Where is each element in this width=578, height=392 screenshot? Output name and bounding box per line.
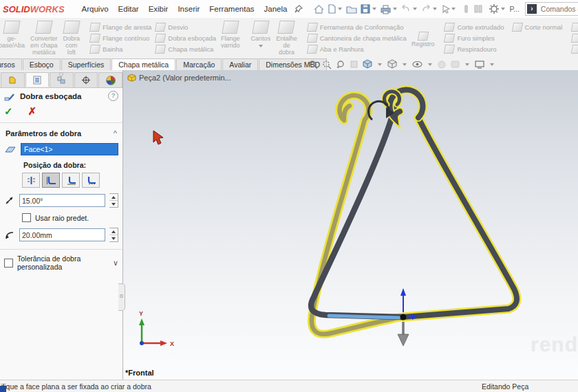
corte-normal-button[interactable]: Corte normal — [513, 23, 563, 32]
save-icon[interactable] — [360, 3, 378, 14]
redo-dropdown-icon[interactable] — [433, 8, 437, 10]
bend-position-material-outside-button[interactable] — [62, 173, 80, 188]
open-file-icon[interactable] — [345, 4, 358, 14]
hide-show-items-icon[interactable] — [411, 60, 423, 69]
tab-recursos[interactable]: ursos — [0, 58, 22, 70]
hide-show-dropdown-icon[interactable] — [428, 63, 432, 66]
tab-esboco[interactable]: Esboço — [23, 58, 61, 70]
ferramenta-conformacao-button[interactable]: Ferramenta de Conformação — [308, 23, 407, 32]
custom-bend-allowance-checkbox[interactable] — [4, 259, 13, 268]
pin-icon[interactable] — [294, 4, 303, 14]
collapse-chevron-icon[interactable]: ^ — [114, 129, 117, 138]
search-box[interactable]: › — [525, 2, 578, 16]
bend-radius-input[interactable]: 20.00mm — [19, 228, 105, 241]
view-orientation-dropdown-icon[interactable] — [378, 63, 382, 66]
expand-chevron-icon[interactable]: ∨ — [113, 259, 118, 268]
model-canvas[interactable]: Y X — [123, 70, 578, 380]
cancel-button[interactable]: ✗ — [28, 105, 37, 118]
search-input[interactable] — [539, 4, 578, 14]
menu-janela[interactable]: Janela — [259, 5, 292, 13]
chapa-metalica-button[interactable]: Chapa metálica — [156, 45, 216, 54]
redo-icon[interactable] — [420, 4, 438, 14]
cantos-dropdown-icon[interactable] — [259, 45, 263, 47]
tab-superficies[interactable]: Superfícies — [61, 58, 111, 70]
display-style-dropdown-icon[interactable] — [403, 63, 407, 66]
dimxpert-manager-tab[interactable] — [74, 72, 98, 87]
converter-chapa-button[interactable]: Converter em chapa metálica — [28, 18, 61, 58]
menu-ferramentas[interactable]: Ferramentas — [204, 5, 259, 13]
dobra-com-loft-button[interactable]: Dobra com loft — [61, 18, 83, 58]
bend-angle-input[interactable]: 15.00° — [19, 194, 105, 207]
cantoneira-chapa-button[interactable]: Cantoneira de chapa metálica — [308, 34, 407, 43]
ok-button[interactable]: ✓ — [4, 105, 13, 118]
property-manager-tab[interactable] — [25, 72, 50, 87]
scene-dropdown-icon[interactable] — [465, 63, 469, 66]
graphics-viewport[interactable]: Y X Peça2 (Valor predetermin... rend *Fr… — [123, 70, 578, 380]
undo-dropdown-icon[interactable] — [413, 8, 417, 10]
display-manager-tab[interactable] — [98, 72, 122, 87]
flange-varrido-button[interactable]: Flange varrido — [218, 18, 243, 58]
select-dropdown-icon[interactable] — [451, 8, 456, 10]
feature-manager-tab[interactable] — [1, 72, 25, 87]
save-dropdown-icon[interactable] — [372, 8, 376, 10]
registro-button[interactable]: Registro — [409, 18, 438, 58]
fixed-face-selection[interactable]: Face<1> — [21, 143, 118, 155]
cantos-label: Cantos — [251, 35, 271, 42]
panel-splitter-handle[interactable] — [118, 283, 125, 311]
zoom-to-fit-icon[interactable] — [308, 60, 319, 69]
furo-simples-button[interactable]: Furo simples — [445, 34, 562, 43]
bend-position-material-inside-button[interactable] — [42, 173, 60, 188]
tab-marcacao[interactable]: Marcação — [176, 58, 222, 70]
new-document-icon[interactable] — [327, 3, 343, 14]
bend-angle-stepper[interactable] — [109, 193, 118, 208]
tab-chapa-metalica[interactable]: Chapa metálica — [111, 58, 175, 71]
cantos-button[interactable]: Cantos — [248, 18, 274, 58]
planificar-button[interactable]: Planificar — [572, 45, 578, 54]
bend-parameters-header[interactable]: Parâmetros de dobra ^ — [0, 125, 122, 140]
bainha-button[interactable]: Bainha — [90, 45, 151, 54]
columns-icon[interactable] — [473, 4, 483, 14]
fixed-face-highlight[interactable] — [329, 316, 399, 318]
panel-grip-icon[interactable] — [59, 72, 63, 76]
print-dropdown-icon[interactable] — [393, 8, 397, 10]
dobrar-button[interactable]: Dobrar — [572, 34, 578, 43]
select-cursor-icon[interactable] — [440, 4, 457, 14]
view-settings-dropdown-icon[interactable] — [490, 63, 494, 66]
help-icon[interactable]: ? — [108, 91, 118, 101]
tab-avaliar[interactable]: Avaliar — [222, 58, 258, 70]
menu-arquivo[interactable]: Arquivo — [77, 5, 114, 13]
print-icon[interactable] — [380, 4, 398, 14]
profile-label[interactable]: P... — [509, 5, 519, 13]
dobra-esbocada-button[interactable]: Dobra esboçada — [156, 34, 216, 43]
desvio-button[interactable]: Desvio — [156, 23, 216, 32]
home-icon[interactable] — [313, 3, 325, 14]
aba-e-ranhura-button[interactable]: Aba e Ranhura — [308, 45, 407, 54]
menu-exibir[interactable]: Exibir — [144, 5, 173, 13]
new-document-dropdown-icon[interactable] — [338, 8, 342, 10]
flange-continuo-button[interactable]: Flange contínuo — [90, 34, 151, 43]
view-settings-monitor-icon[interactable] — [474, 60, 485, 69]
undo-icon[interactable] — [400, 4, 418, 14]
use-default-radius-checkbox[interactable] — [22, 213, 31, 222]
bend-position-centerline-button[interactable] — [22, 173, 40, 188]
corte-extrudado-button[interactable]: Corte extrudado — [445, 23, 504, 32]
bend-position-bend-outside-button[interactable] — [82, 173, 100, 188]
capsule-icon[interactable] — [462, 3, 469, 14]
zoom-to-area-icon[interactable] — [322, 60, 332, 69]
options-dropdown-icon[interactable] — [501, 8, 505, 10]
desdobrar-button[interactable]: Desdobrar — [572, 23, 578, 32]
entalhe-de-dobra-button[interactable]: Entalhe de dobra — [273, 18, 300, 58]
feature-tree-flyout[interactable]: Peça2 (Valor predetermin... — [127, 74, 231, 82]
flange-base-aba-button[interactable]: ge-base/Aba — [0, 18, 28, 58]
options-gear-icon[interactable] — [489, 3, 506, 14]
previous-view-icon[interactable] — [336, 60, 346, 69]
menu-editar[interactable]: Editar — [114, 5, 144, 13]
view-orientation-cube-icon[interactable] — [362, 59, 373, 69]
bend-radius-stepper[interactable] — [109, 228, 118, 242]
bend-manipulator[interactable] — [398, 288, 417, 346]
display-style-icon[interactable] — [387, 59, 398, 69]
menu-inserir[interactable]: Inserir — [173, 5, 204, 13]
flange-de-aresta-button[interactable]: Flange de aresta — [90, 23, 151, 32]
respiradouro-button[interactable]: Respiradouro — [445, 45, 562, 54]
model-body-highlighted-edges[interactable] — [403, 118, 517, 317]
